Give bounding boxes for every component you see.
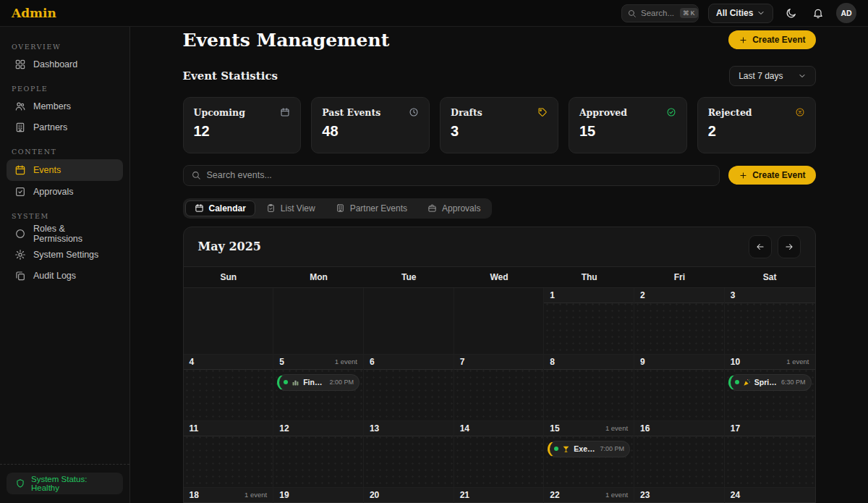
calendar-cell (364, 288, 454, 355)
calendar-cell-7[interactable]: 7 (454, 355, 545, 421)
create-event-button-secondary[interactable]: Create Event (728, 166, 815, 185)
tab-calendar[interactable]: Calendar (185, 200, 255, 216)
calendar-cell-16[interactable]: 16 (634, 421, 725, 488)
event-count-label: 1 event (786, 358, 809, 365)
partners-icon (14, 122, 26, 133)
event-count-label: 1 event (335, 358, 357, 365)
notifications-button[interactable] (809, 4, 827, 22)
date-range-select[interactable]: Last 7 days (729, 66, 815, 86)
calendar-cell-header: 17 (725, 421, 815, 436)
calendar-cell-3[interactable]: 3 (725, 288, 815, 355)
calendar-cell-15[interactable]: 151 eventExecutive ...7:00 PM (544, 421, 634, 488)
sidebar-item-events[interactable]: Events (7, 159, 123, 181)
event-pill[interactable]: Executive ...7:00 PM (548, 441, 630, 457)
calendar-cell-18[interactable]: 181 eventWellness...9:00 AM (184, 488, 274, 503)
stats-heading: Event Statistics (183, 69, 278, 83)
sidebar-nav: OverviewDashboardPeopleMembersPartnersCo… (0, 33, 129, 287)
calendar-cell-header: 51 event (273, 355, 363, 370)
chevron-down-icon (798, 72, 807, 80)
next-month-button[interactable] (778, 235, 801, 258)
calendar-cell (273, 288, 364, 355)
date-number: 17 (731, 423, 740, 434)
date-number: 5 (279, 357, 284, 367)
event-title: Financial W... (303, 378, 326, 386)
calendar-cell-8[interactable]: 8 (544, 355, 634, 421)
stat-card-top: Upcoming (194, 107, 291, 118)
sidebar-item-dashboard[interactable]: Dashboard (7, 54, 123, 75)
calendar-cell-21[interactable]: 21 (454, 488, 545, 503)
sidebar-item-audit-logs[interactable]: Audit Logs (7, 266, 123, 286)
stat-card-label: Approved (579, 107, 627, 118)
calendar-cell-20[interactable]: 20 (364, 488, 454, 503)
calendar-cell-9[interactable]: 9 (634, 355, 725, 421)
shield-icon (15, 478, 25, 489)
sidebar-item-roles-permissions[interactable]: Roles & Permissions (7, 224, 123, 244)
calendar-cell-2[interactable]: 2 (634, 288, 725, 355)
stat-card-label: Past Events (322, 107, 380, 118)
avatar[interactable]: AD (836, 3, 856, 23)
calendar-cell-22[interactable]: 221 eventWine Tasti...6:00 PM (544, 488, 634, 503)
prev-month-button[interactable] (749, 235, 772, 258)
sidebar-item-members[interactable]: Members (7, 96, 123, 117)
events-search-input[interactable] (207, 170, 712, 180)
events-search-row: Create Event (183, 165, 816, 186)
calendar-cell-6[interactable]: 6 (364, 355, 454, 421)
date-number: 12 (279, 423, 289, 434)
sidebar-item-partners[interactable]: Partners (7, 117, 123, 138)
events-calendar-icon (14, 164, 26, 176)
sidebar-item-system-settings[interactable]: System Settings (7, 245, 123, 265)
calendar-cell-17[interactable]: 17 (725, 421, 815, 488)
sidebar-section-label: Overview (12, 43, 118, 51)
calendar-cell-19[interactable]: 19 (273, 488, 364, 503)
stat-card-past-events: Past Events48 (311, 97, 430, 153)
tab-list-view[interactable]: List View (257, 200, 325, 216)
calendar-cell-header: 12 (273, 421, 363, 436)
event-pill[interactable]: Financial W...2:00 PM (277, 374, 359, 391)
calendar-cell-12[interactable]: 12 (273, 421, 364, 488)
calendar-cell-5[interactable]: 51 eventFinancial W...2:00 PM (273, 355, 364, 421)
global-search[interactable]: ⌘ K (621, 4, 699, 22)
sidebar-item-approvals[interactable]: Approvals (7, 182, 123, 202)
stat-card-value: 3 (451, 123, 548, 140)
date-number: 2 (640, 290, 645, 300)
city-filter-select[interactable]: All Cities (708, 4, 773, 23)
calendar-cell-10[interactable]: 101 eventSpring Fas...6:30 PM (725, 355, 815, 421)
events-search[interactable] (183, 165, 720, 186)
global-search-input[interactable] (641, 9, 676, 17)
x-circle-icon (795, 107, 805, 117)
create-event-button[interactable]: Create Event (728, 30, 815, 49)
calendar-cell-header: 14 (454, 421, 544, 436)
date-number: 10 (731, 357, 740, 367)
audit-logs-icon (14, 270, 26, 282)
calendar-cell-23[interactable]: 23 (634, 488, 725, 503)
event-count-label: 1 event (605, 424, 628, 432)
date-range-value: Last 7 days (739, 71, 783, 81)
weekday-header: Fri (634, 267, 725, 287)
brand-logo[interactable]: Admin (12, 6, 56, 20)
calendar-cell-13[interactable]: 13 (364, 421, 454, 488)
event-time: 7:00 PM (600, 445, 625, 452)
calendar-cell-24[interactable]: 24 (725, 488, 815, 503)
date-number: 22 (550, 490, 559, 500)
calendar-cell-11[interactable]: 11 (184, 421, 274, 488)
calendar-cell-1[interactable]: 1 (544, 288, 634, 355)
tab-label: Approvals (442, 203, 480, 214)
calendar-cell-14[interactable]: 14 (454, 421, 545, 488)
search-icon (191, 170, 201, 180)
status-dot-icon (284, 380, 288, 384)
tab-label: Calendar (209, 203, 246, 214)
calendar-panel: May 2025 SunMonTueWedThuFriSat 123451 ev… (183, 227, 816, 503)
page-title: Events Management (183, 30, 390, 51)
tab-approvals[interactable]: Approvals (418, 200, 490, 216)
calendar-cell-header: 2 (634, 288, 724, 303)
stat-card-value: 15 (579, 123, 676, 140)
theme-toggle-button[interactable] (783, 4, 800, 22)
sidebar-item-label: Members (33, 101, 71, 111)
event-pill[interactable]: Spring Fas...6:30 PM (728, 374, 812, 391)
calendar-cell-4[interactable]: 4 (184, 355, 274, 421)
date-number: 18 (190, 490, 199, 500)
tab-partner-events[interactable]: Partner Events (326, 200, 417, 216)
settings-gear-icon (14, 249, 26, 261)
calendar-cell-header: 181 event (184, 488, 273, 503)
members-icon (14, 101, 26, 112)
